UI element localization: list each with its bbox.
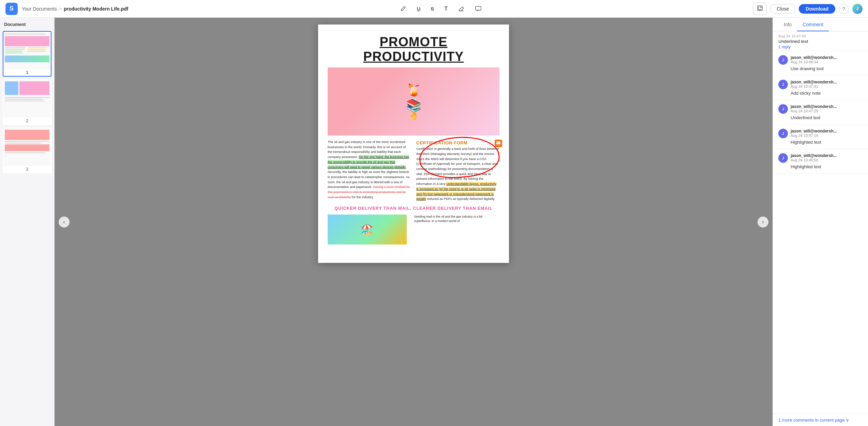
pdf-hero-image: 🍹 📚 🤚 — [328, 67, 499, 136]
comment-body-3: Underlined text — [778, 115, 863, 120]
pdf-page: PROMOTE PRODUCTIVITY 🍹 📚 🤚 The oil and g… — [318, 25, 509, 263]
comment-meta-5: jason_will@wondersh... Aug 24 10:48:50 — [791, 153, 863, 162]
highlight-tool-button[interactable] — [398, 3, 408, 14]
pdf-viewer: ‹ PROMOTE PRODUCTIVITY 🍹 📚 🤚 The oil and… — [55, 18, 773, 426]
pdf-lower-text: Sending mail in the oil and the gas indu… — [410, 215, 499, 244]
comment-item-1: J jason_will@wondersh... Aug 24 10:48:34… — [773, 51, 868, 76]
comment-time-3: Aug 24 10:47:29 — [791, 109, 863, 113]
comment-avatar-4: J — [778, 129, 788, 138]
right-panel: Info Comment Aug 24 10:47:03 Underlined … — [773, 18, 868, 426]
more-comments-label: 1 more comments in current page — [778, 417, 844, 423]
pdf-lower-row: 🏖️ Sending mail in the oil and the gas i… — [328, 212, 499, 244]
comment-avatar-3: J — [778, 104, 788, 114]
comment-time-1: Aug 24 10:48:34 — [791, 60, 863, 64]
app-logo: S — [5, 3, 18, 15]
page-num-1: 1 — [3, 69, 51, 76]
col2-text1: Certification is generally a back and fo… — [416, 147, 499, 186]
comment-item-2: J jason_will@wondersh... Aug 24 10:47:41… — [773, 76, 868, 100]
help-button[interactable]: ? — [839, 4, 849, 14]
comment-body-1: Use drawing tool — [778, 66, 863, 71]
panel-tabs: Info Comment — [773, 18, 868, 31]
comment-time-2: Aug 24 10:47:41 — [791, 84, 863, 89]
pdf-subheading: QUICKER DELIVERY THAN MAIL, CLEARER DELI… — [328, 206, 499, 212]
tab-info[interactable]: Info — [778, 18, 797, 31]
comment-body-4: Highlighted text — [778, 140, 863, 145]
close-button[interactable]: Close — [770, 4, 795, 14]
svg-rect-0 — [476, 6, 481, 10]
pdf-col-1: The oil and gas industry is one of the m… — [328, 140, 411, 202]
pdf-title: PROMOTE PRODUCTIVITY — [328, 35, 499, 64]
breadcrumb: Your Documents > productivity Modern Lif… — [22, 6, 128, 12]
document-sidebar: Document — [0, 18, 55, 426]
toolbar: S Your Documents > productivity Modern L… — [0, 0, 868, 18]
pdf-lower-image: 🏖️ — [328, 215, 407, 244]
page-thumb-1[interactable]: 1 — [3, 31, 51, 77]
comment-user-5: jason_will@wondersh... — [791, 153, 863, 158]
user-avatar[interactable]: J — [852, 4, 863, 14]
prev-page-button[interactable]: ‹ — [59, 217, 70, 227]
comment-meta-4: jason_will@wondersh... Aug 24 10:47:19 — [791, 129, 863, 138]
breadcrumb-separator: > — [59, 6, 62, 12]
comment-meta-3: jason_will@wondersh... Aug 24 10:47:29 — [791, 104, 863, 113]
comment-user-3: jason_will@wondersh... — [791, 104, 863, 109]
more-comments-button[interactable]: 1 more comments in current page ∨ — [773, 414, 868, 426]
comment-user-4: jason_will@wondersh... — [791, 129, 863, 133]
comment-time-4: Aug 24 10:47:19 — [791, 133, 863, 138]
comment-user-2: jason_will@wondersh... — [791, 80, 863, 84]
page-num-3: 3 — [3, 166, 51, 173]
top-comment-date: Aug 24 10:47:03 — [778, 34, 863, 38]
top-comment-reply[interactable]: 1 reply — [778, 45, 863, 49]
comment-body-5: Highlighted text — [778, 164, 863, 169]
download-button[interactable]: Download — [799, 4, 835, 14]
underline-tool-button[interactable]: U — [415, 4, 422, 14]
top-comment: Aug 24 10:47:03 Underlined text 1 reply — [773, 31, 868, 51]
comment-item-5: J jason_will@wondersh... Aug 24 10:48:50… — [773, 149, 868, 174]
eraser-tool-button[interactable] — [456, 3, 467, 14]
panel-content: Aug 24 10:47:03 Underlined text 1 reply … — [773, 31, 868, 414]
comment-item-4: J jason_will@wondersh... Aug 24 10:47:19… — [773, 125, 868, 149]
comment-item-3: J jason_will@wondersh... Aug 24 10:47:29… — [773, 100, 868, 125]
breadcrumb-parent[interactable]: Your Documents — [22, 6, 57, 12]
comment-avatar-2: J — [778, 80, 788, 89]
breadcrumb-current: productivity Modern Life.pdf — [64, 6, 128, 12]
page-thumb-3[interactable]: 3 — [3, 128, 51, 173]
annotation-tools: U S T — [132, 3, 749, 14]
page-thumb-2[interactable]: 2 — [3, 79, 51, 125]
comment-avatar-1: J — [778, 55, 788, 65]
tab-comment[interactable]: Comment — [797, 18, 829, 31]
page-num-2: 2 — [3, 117, 51, 124]
pdf-columns: The oil and gas industry is one of the m… — [328, 140, 499, 202]
more-comments-chevron: ∨ — [846, 417, 849, 423]
comment-meta-1: jason_will@wondersh... Aug 24 10:48:34 — [791, 55, 863, 64]
text-tool-button[interactable]: T — [442, 4, 450, 14]
open-external-button[interactable] — [753, 3, 767, 15]
col1-text3: for the industry. — [352, 195, 374, 199]
comment-bubble-icon[interactable] — [495, 140, 502, 147]
col2-text2: reduced as PDFs as typically delivered d… — [427, 197, 495, 201]
strikethrough-tool-button[interactable]: S — [429, 4, 436, 14]
main-area: Document — [0, 18, 868, 426]
comment-avatar-5: J — [778, 153, 788, 163]
next-page-button[interactable]: › — [758, 217, 768, 227]
comment-meta-2: jason_will@wondersh... Aug 24 10:47:41 — [791, 80, 863, 89]
comment-time-5: Aug 24 10:48:50 — [791, 158, 863, 162]
sidebar-title: Document — [3, 22, 51, 27]
cert-header: CERTIFICATION FORM — [416, 140, 499, 146]
toolbar-right: Close Download ? J — [753, 3, 863, 15]
top-comment-text: Underlined text — [778, 39, 863, 44]
comment-body-2: Add sticky note — [778, 91, 863, 96]
svg-rect-1 — [758, 6, 762, 11]
comment-user-1: jason_will@wondersh... — [791, 55, 863, 60]
pdf-col-2: CERTIFICATION FORM Certification is gene… — [416, 140, 499, 202]
comment-tool-button[interactable] — [473, 3, 484, 14]
